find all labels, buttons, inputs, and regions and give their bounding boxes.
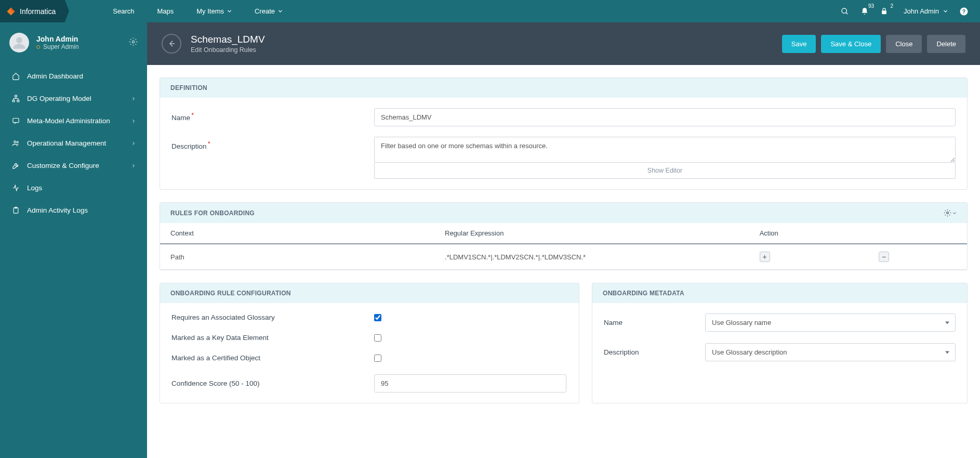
sidebar-item-meta-model[interactable]: Meta-Model Administration bbox=[0, 110, 147, 132]
svg-point-14 bbox=[17, 141, 18, 143]
delete-button[interactable]: Delete bbox=[927, 35, 965, 53]
header-actions: Save Save & Close Close Delete bbox=[782, 35, 965, 53]
nav-my-items[interactable]: My Items bbox=[185, 0, 243, 22]
config-panel: ONBOARDING RULE CONFIGURATION Requires a… bbox=[160, 283, 579, 403]
nav-create[interactable]: Create bbox=[243, 0, 294, 22]
confidence-input[interactable] bbox=[374, 374, 566, 392]
glossary-label: Requires an Associated Glossary bbox=[171, 313, 374, 321]
chevron-right-icon bbox=[131, 162, 136, 169]
avatar[interactable] bbox=[9, 33, 29, 53]
avatar-icon bbox=[12, 35, 27, 50]
sidebar-item-logs[interactable]: Logs bbox=[0, 177, 147, 199]
pulse-icon bbox=[11, 184, 20, 192]
svg-point-2 bbox=[842, 8, 846, 13]
certified-checkbox[interactable] bbox=[374, 355, 381, 362]
help-icon: ? bbox=[959, 7, 969, 16]
definition-panel: DEFINITION Name Description Filter based… bbox=[160, 77, 968, 190]
notification-badge: 93 bbox=[868, 3, 874, 9]
clipboard-icon bbox=[11, 206, 20, 214]
page-header: Schemas_LDMV Edit Onboarding Rules Save … bbox=[147, 22, 980, 65]
meta-description-label: Description bbox=[604, 348, 705, 356]
sidebar-item-customize[interactable]: Customize & Configure bbox=[0, 154, 147, 177]
sidebar-item-activity-logs[interactable]: Admin Activity Logs bbox=[0, 199, 147, 221]
help-btn[interactable]: ? bbox=[959, 7, 969, 16]
sidebar-menu: Admin Dashboard DG Operating Model Meta-… bbox=[0, 65, 147, 221]
sidebar-item-label: Customize & Configure bbox=[27, 162, 99, 169]
page-subtitle: Edit Onboarding Rules bbox=[191, 46, 265, 54]
role-indicator-icon bbox=[36, 45, 40, 49]
close-button[interactable]: Close bbox=[886, 35, 922, 53]
svg-rect-12 bbox=[12, 119, 18, 123]
brand-logo bbox=[6, 7, 16, 16]
sidebar-item-admin-dashboard[interactable]: Admin Dashboard bbox=[0, 65, 147, 87]
sidebar-item-label: Meta-Model Administration bbox=[27, 117, 110, 125]
bell-icon bbox=[860, 7, 869, 16]
description-input[interactable]: Filter based on one or more schemas with… bbox=[374, 137, 956, 163]
svg-point-13 bbox=[14, 141, 16, 143]
chevron-right-icon bbox=[131, 95, 136, 102]
rules-table: Context Regular Expression Action Path .… bbox=[160, 223, 967, 270]
chevron-down-icon bbox=[227, 9, 232, 14]
lock-btn[interactable]: 2 bbox=[880, 7, 888, 15]
svg-rect-4 bbox=[882, 10, 886, 14]
nav-maps[interactable]: Maps bbox=[145, 0, 185, 22]
back-button[interactable] bbox=[162, 34, 181, 54]
add-rule-button[interactable]: + bbox=[760, 252, 770, 262]
search-icon-btn[interactable] bbox=[841, 7, 849, 16]
key-element-checkbox[interactable] bbox=[374, 334, 381, 342]
sidebar-item-label: Logs bbox=[27, 184, 42, 192]
table-row: Path .*LDMV1SCN.*|.*LDMV2SCN.*|.*LDMV3SC… bbox=[160, 244, 967, 270]
sidebar-item-dg-operating-model[interactable]: DG Operating Model bbox=[0, 87, 147, 110]
nav-search[interactable]: Search bbox=[101, 0, 145, 22]
certified-label: Marked as a Certified Object bbox=[171, 354, 374, 362]
chevron-down-icon bbox=[278, 9, 283, 14]
search-icon bbox=[841, 7, 849, 16]
name-input[interactable] bbox=[374, 108, 956, 126]
sidebar-item-operational-mgmt[interactable]: Operational Management bbox=[0, 132, 147, 154]
col-action: Action bbox=[749, 223, 967, 244]
sidebar-user-name: John Admin bbox=[36, 35, 79, 43]
svg-point-7 bbox=[16, 37, 22, 44]
page-title: Schemas_LDMV bbox=[191, 34, 265, 45]
page-title-block: Schemas_LDMV Edit Onboarding Rules bbox=[191, 34, 265, 54]
metadata-panel: ONBOARDING METADATA Name Use Glossary na… bbox=[592, 283, 968, 403]
sidebar-user: John Admin Super Admin bbox=[0, 22, 147, 63]
svg-rect-11 bbox=[17, 100, 19, 102]
top-nav: Informatica Search Maps My Items Create … bbox=[0, 0, 980, 22]
remove-rule-button[interactable]: − bbox=[879, 252, 889, 262]
sidebar: John Admin Super Admin Admin Dashboard D… bbox=[0, 22, 147, 458]
show-editor-button[interactable]: Show Editor bbox=[374, 163, 956, 179]
sidebar-settings-btn[interactable] bbox=[129, 37, 138, 48]
notifications-btn[interactable]: 93 bbox=[860, 7, 869, 16]
gear-icon bbox=[129, 37, 138, 46]
brand-name: Informatica bbox=[20, 7, 56, 16]
cell-action: + − bbox=[749, 244, 967, 270]
user-menu[interactable]: John Admin bbox=[904, 7, 948, 15]
meta-description-select[interactable]: Use Glossary description bbox=[705, 343, 956, 361]
brand[interactable]: Informatica bbox=[0, 0, 65, 22]
svg-point-8 bbox=[132, 41, 134, 43]
nav-right: 93 2 John Admin ? bbox=[841, 7, 980, 16]
save-close-button[interactable]: Save & Close bbox=[821, 35, 881, 53]
gear-icon bbox=[944, 209, 951, 217]
svg-rect-9 bbox=[15, 95, 17, 97]
description-label: Description bbox=[171, 137, 374, 150]
chevron-right-icon bbox=[131, 117, 136, 125]
users-icon bbox=[11, 139, 20, 147]
rules-panel: RULES FOR ONBOARDING Context Regular Exp… bbox=[160, 202, 968, 270]
col-regex: Regular Expression bbox=[434, 223, 749, 244]
chevron-down-icon bbox=[943, 9, 948, 14]
chevron-down-icon bbox=[952, 211, 957, 215]
svg-rect-10 bbox=[12, 100, 15, 102]
meta-name-select[interactable]: Use Glossary name bbox=[705, 313, 956, 332]
rules-settings-btn[interactable] bbox=[944, 209, 957, 217]
content: DEFINITION Name Description Filter based… bbox=[147, 65, 980, 458]
save-button[interactable]: Save bbox=[782, 35, 816, 53]
confidence-label: Confidence Score (50 - 100) bbox=[171, 380, 374, 387]
chat-icon bbox=[11, 117, 20, 125]
glossary-checkbox[interactable] bbox=[374, 314, 381, 321]
lock-badge: 2 bbox=[891, 3, 894, 9]
sidebar-user-role: Super Admin bbox=[36, 43, 79, 50]
col-context: Context bbox=[160, 223, 434, 244]
diagram-icon bbox=[11, 95, 20, 102]
